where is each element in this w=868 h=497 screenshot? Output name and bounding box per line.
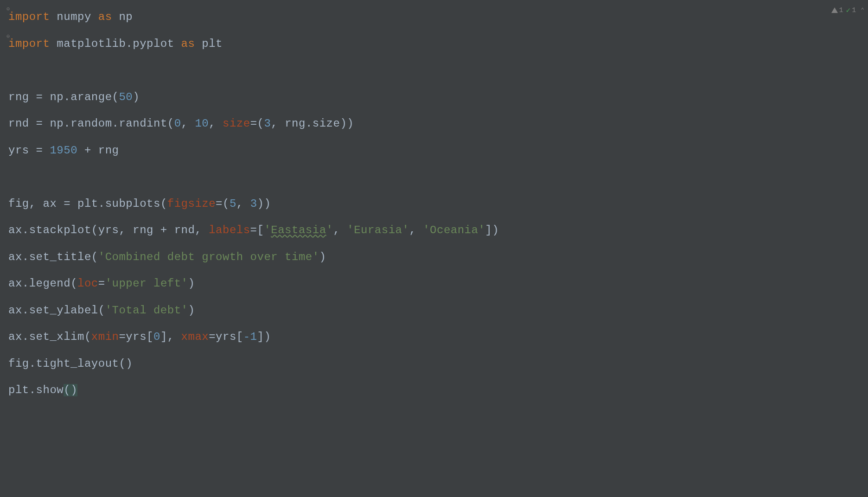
function-call: np.arange — [50, 91, 112, 103]
warning-indicator[interactable]: 1 — [831, 6, 843, 14]
keyword-argument: xmin — [91, 331, 119, 343]
matched-close-paren: ) — [70, 384, 77, 396]
keyword-argument: xmax — [181, 331, 209, 343]
alias-name: plt — [202, 38, 223, 50]
code-line-8[interactable]: fig, ax = plt.subplots(figsize=(5, 3)) — [6, 191, 868, 217]
code-line-5[interactable]: rnd = np.random.randint(0, 10, size=(3, … — [6, 110, 868, 137]
code-line-12[interactable]: ax.set_ylabel('Total debt') — [6, 297, 868, 324]
fold-marker-bottom-icon[interactable]: ⊖ — [6, 34, 10, 39]
check-count: 1 — [852, 6, 856, 14]
keyword-argument: loc — [77, 277, 98, 290]
code-line-7-blank[interactable] — [6, 164, 868, 191]
code-line-6[interactable]: yrs = 1950 + rng — [6, 137, 868, 164]
string-literal-typo: Eastasia — [271, 224, 326, 236]
variable: rng — [8, 91, 29, 103]
function-call: ax.set_ylabel — [8, 304, 98, 317]
variable: rnd — [8, 117, 29, 130]
variable: yrs — [8, 144, 29, 157]
number-literal: 10 — [195, 117, 209, 130]
code-editor[interactable]: 1 ✓ 1 ⌃ ⊖ ⊖ import numpy as np import ma… — [6, 4, 868, 497]
function-call: plt.show — [8, 384, 64, 396]
number-literal: 5 — [230, 198, 236, 210]
inspection-status-bar: 1 ✓ 1 ⌃ — [831, 6, 865, 15]
check-icon: ✓ — [846, 6, 851, 15]
module-name: numpy — [57, 11, 91, 23]
function-call: ax.stackplot — [8, 224, 91, 236]
function-call: ax.legend — [8, 277, 70, 290]
variables: fig, ax — [8, 198, 57, 210]
number-literal: 1950 — [50, 144, 77, 157]
code-line-2[interactable]: import matplotlib.pyplot as plt — [6, 31, 868, 57]
fold-marker-top-icon[interactable]: ⊖ — [6, 6, 10, 12]
code-line-13[interactable]: ax.set_xlim(xmin=yrs[0], xmax=yrs[-1]) — [6, 324, 868, 350]
alias-name: np — [119, 11, 133, 23]
keyword-as: as — [181, 38, 195, 50]
number-literal: 3 — [264, 117, 271, 130]
code-line-14[interactable]: fig.tight_layout() — [6, 350, 868, 377]
warning-count: 1 — [839, 6, 843, 14]
code-line-11[interactable]: ax.legend(loc='upper left') — [6, 270, 868, 297]
number-literal: -1 — [243, 331, 257, 343]
string-literal: 'upper left' — [105, 277, 188, 290]
code-line-4[interactable]: rng = np.arange(50) — [6, 84, 868, 111]
check-indicator[interactable]: ✓ 1 — [846, 6, 856, 15]
warning-triangle-icon — [831, 7, 838, 13]
matched-open-paren: ( — [64, 384, 70, 396]
function-call: ax.set_title — [8, 251, 91, 263]
function-call: np.random.randint — [50, 117, 167, 130]
number-literal: 0 — [174, 117, 181, 130]
keyword-argument: figsize — [167, 198, 216, 210]
keyword-argument: labels — [209, 224, 250, 236]
code-line-3-blank[interactable] — [6, 57, 868, 84]
number-literal: 0 — [153, 331, 160, 343]
string-literal: 'Total debt' — [105, 304, 188, 317]
keyword-import: import — [8, 38, 50, 50]
keyword-import: import — [8, 11, 50, 23]
string-literal: 'Eurasia' — [347, 224, 409, 236]
variable: rng — [98, 144, 119, 157]
code-line-10[interactable]: ax.set_title('Combined debt growth over … — [6, 244, 868, 271]
number-literal: 3 — [250, 198, 257, 210]
function-call: fig.tight_layout — [8, 357, 119, 370]
function-call: ax.set_xlim — [8, 331, 84, 343]
code-line-15[interactable]: plt.show() — [6, 377, 868, 404]
code-line-9[interactable]: ax.stackplot(yrs, rng + rnd, labels=['Ea… — [6, 217, 868, 244]
code-line-1[interactable]: import numpy as np — [6, 4, 868, 31]
number-literal: 50 — [119, 91, 133, 103]
keyword-argument: size — [223, 117, 250, 130]
keyword-as: as — [98, 11, 112, 23]
module-name: matplotlib.pyplot — [57, 38, 174, 50]
chevron-up-icon[interactable]: ⌃ — [861, 6, 864, 14]
string-literal: 'Combined debt growth over time' — [98, 251, 319, 263]
function-call: plt.subplots — [77, 198, 160, 210]
string-literal: 'Oceania' — [423, 224, 485, 236]
